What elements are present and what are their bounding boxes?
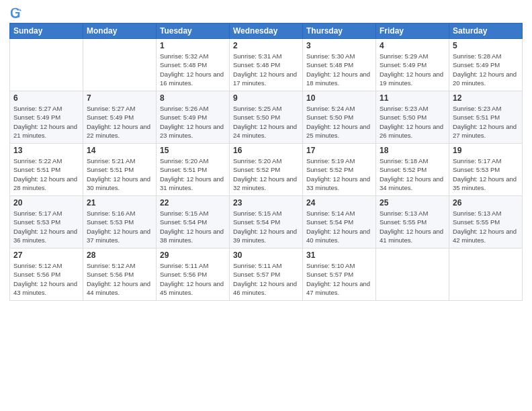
- day-info: Sunrise: 5:23 AM Sunset: 5:50 PM Dayligh…: [380, 104, 445, 140]
- day-of-week-header: Tuesday: [157, 24, 230, 39]
- calendar-cell: 31Sunrise: 5:10 AM Sunset: 5:57 PM Dayli…: [303, 248, 376, 301]
- day-info: Sunrise: 5:10 AM Sunset: 5:57 PM Dayligh…: [306, 261, 372, 297]
- day-info: Sunrise: 5:21 AM Sunset: 5:51 PM Dayligh…: [87, 156, 152, 192]
- day-info: Sunrise: 5:14 AM Sunset: 5:54 PM Dayligh…: [306, 209, 372, 244]
- calendar-cell: 7Sunrise: 5:27 AM Sunset: 5:49 PM Daylig…: [83, 91, 157, 144]
- day-number: 13: [13, 146, 79, 155]
- day-info: Sunrise: 5:20 AM Sunset: 5:51 PM Dayligh…: [160, 156, 226, 192]
- calendar-week-row: 20Sunrise: 5:17 AM Sunset: 5:53 PM Dayli…: [10, 196, 523, 248]
- calendar-cell: 18Sunrise: 5:18 AM Sunset: 5:52 PM Dayli…: [376, 144, 449, 196]
- calendar-cell: 30Sunrise: 5:11 AM Sunset: 5:57 PM Dayli…: [230, 248, 303, 301]
- day-number: 4: [380, 41, 445, 50]
- logo-icon: [9, 7, 21, 19]
- day-of-week-header: Saturday: [449, 24, 523, 39]
- calendar-cell: 20Sunrise: 5:17 AM Sunset: 5:53 PM Dayli…: [10, 196, 83, 248]
- calendar-cell: 14Sunrise: 5:21 AM Sunset: 5:51 PM Dayli…: [83, 144, 157, 196]
- day-info: Sunrise: 5:31 AM Sunset: 5:48 PM Dayligh…: [233, 52, 299, 87]
- calendar-cell: 11Sunrise: 5:23 AM Sunset: 5:50 PM Dayli…: [376, 91, 449, 144]
- day-info: Sunrise: 5:28 AM Sunset: 5:49 PM Dayligh…: [453, 52, 519, 87]
- calendar-cell: 2Sunrise: 5:31 AM Sunset: 5:48 PM Daylig…: [230, 39, 303, 91]
- day-number: 27: [13, 250, 79, 260]
- calendar-cell: [10, 39, 83, 91]
- calendar-cell: [449, 248, 523, 301]
- calendar-cell: 21Sunrise: 5:16 AM Sunset: 5:53 PM Dayli…: [83, 196, 157, 248]
- day-info: Sunrise: 5:20 AM Sunset: 5:52 PM Dayligh…: [233, 156, 299, 192]
- calendar-cell: [376, 248, 449, 301]
- calendar-cell: 17Sunrise: 5:19 AM Sunset: 5:52 PM Dayli…: [303, 144, 376, 196]
- header: [9, 7, 523, 19]
- calendar-header-row: SundayMondayTuesdayWednesdayThursdayFrid…: [10, 24, 523, 39]
- calendar-cell: 23Sunrise: 5:15 AM Sunset: 5:54 PM Dayli…: [230, 196, 303, 248]
- day-info: Sunrise: 5:26 AM Sunset: 5:49 PM Dayligh…: [160, 104, 226, 140]
- calendar-cell: 22Sunrise: 5:15 AM Sunset: 5:54 PM Dayli…: [157, 196, 230, 248]
- calendar-cell: 3Sunrise: 5:30 AM Sunset: 5:48 PM Daylig…: [303, 39, 376, 91]
- calendar-cell: 10Sunrise: 5:24 AM Sunset: 5:50 PM Dayli…: [303, 91, 376, 144]
- calendar-cell: 19Sunrise: 5:17 AM Sunset: 5:53 PM Dayli…: [449, 144, 523, 196]
- day-info: Sunrise: 5:15 AM Sunset: 5:54 PM Dayligh…: [160, 209, 226, 244]
- day-info: Sunrise: 5:11 AM Sunset: 5:56 PM Dayligh…: [160, 261, 226, 297]
- day-number: 1: [160, 41, 226, 50]
- calendar-cell: 8Sunrise: 5:26 AM Sunset: 5:49 PM Daylig…: [157, 91, 230, 144]
- day-info: Sunrise: 5:27 AM Sunset: 5:49 PM Dayligh…: [87, 104, 152, 140]
- calendar-cell: 6Sunrise: 5:27 AM Sunset: 5:49 PM Daylig…: [10, 91, 83, 144]
- day-number: 15: [160, 146, 226, 155]
- day-number: 7: [87, 93, 152, 103]
- day-number: 21: [87, 198, 152, 208]
- day-of-week-header: Monday: [83, 24, 157, 39]
- day-number: 17: [306, 146, 372, 155]
- day-number: 28: [87, 250, 152, 260]
- day-info: Sunrise: 5:13 AM Sunset: 5:55 PM Dayligh…: [453, 209, 519, 244]
- day-info: Sunrise: 5:17 AM Sunset: 5:53 PM Dayligh…: [453, 156, 519, 192]
- day-number: 10: [306, 93, 372, 103]
- calendar-cell: 12Sunrise: 5:23 AM Sunset: 5:51 PM Dayli…: [449, 91, 523, 144]
- day-number: 9: [233, 93, 299, 103]
- calendar-cell: 29Sunrise: 5:11 AM Sunset: 5:56 PM Dayli…: [157, 248, 230, 301]
- day-info: Sunrise: 5:24 AM Sunset: 5:50 PM Dayligh…: [306, 104, 372, 140]
- day-number: 24: [306, 198, 372, 208]
- day-info: Sunrise: 5:27 AM Sunset: 5:49 PM Dayligh…: [13, 104, 79, 140]
- day-number: 5: [453, 41, 519, 50]
- day-info: Sunrise: 5:23 AM Sunset: 5:51 PM Dayligh…: [453, 104, 519, 140]
- day-number: 11: [380, 93, 445, 103]
- day-info: Sunrise: 5:25 AM Sunset: 5:50 PM Dayligh…: [233, 104, 299, 140]
- calendar-cell: 13Sunrise: 5:22 AM Sunset: 5:51 PM Dayli…: [10, 144, 83, 196]
- day-info: Sunrise: 5:22 AM Sunset: 5:51 PM Dayligh…: [13, 156, 79, 192]
- calendar-cell: 27Sunrise: 5:12 AM Sunset: 5:56 PM Dayli…: [10, 248, 83, 301]
- day-of-week-header: Wednesday: [230, 24, 303, 39]
- day-number: 16: [233, 146, 299, 155]
- calendar-cell: 9Sunrise: 5:25 AM Sunset: 5:50 PM Daylig…: [230, 91, 303, 144]
- logo: [9, 7, 24, 19]
- calendar-cell: 26Sunrise: 5:13 AM Sunset: 5:55 PM Dayli…: [449, 196, 523, 248]
- calendar-week-row: 6Sunrise: 5:27 AM Sunset: 5:49 PM Daylig…: [10, 91, 523, 144]
- day-number: 30: [233, 250, 299, 260]
- day-info: Sunrise: 5:17 AM Sunset: 5:53 PM Dayligh…: [13, 209, 79, 244]
- day-info: Sunrise: 5:13 AM Sunset: 5:55 PM Dayligh…: [380, 209, 445, 244]
- day-info: Sunrise: 5:32 AM Sunset: 5:48 PM Dayligh…: [160, 52, 226, 87]
- day-of-week-header: Sunday: [10, 24, 83, 39]
- day-number: 22: [160, 198, 226, 208]
- day-of-week-header: Friday: [376, 24, 449, 39]
- calendar-cell: 1Sunrise: 5:32 AM Sunset: 5:48 PM Daylig…: [157, 39, 230, 91]
- day-info: Sunrise: 5:16 AM Sunset: 5:53 PM Dayligh…: [87, 209, 152, 244]
- day-number: 18: [380, 146, 445, 155]
- calendar-cell: 16Sunrise: 5:20 AM Sunset: 5:52 PM Dayli…: [230, 144, 303, 196]
- day-number: 6: [13, 93, 79, 103]
- calendar-cell: 4Sunrise: 5:29 AM Sunset: 5:49 PM Daylig…: [376, 39, 449, 91]
- calendar-cell: [83, 39, 157, 91]
- day-info: Sunrise: 5:15 AM Sunset: 5:54 PM Dayligh…: [233, 209, 299, 244]
- day-number: 2: [233, 41, 299, 50]
- calendar-table: SundayMondayTuesdayWednesdayThursdayFrid…: [9, 23, 523, 301]
- calendar-cell: 28Sunrise: 5:12 AM Sunset: 5:56 PM Dayli…: [83, 248, 157, 301]
- day-info: Sunrise: 5:30 AM Sunset: 5:48 PM Dayligh…: [306, 52, 372, 87]
- day-number: 26: [453, 198, 519, 208]
- day-number: 14: [87, 146, 152, 155]
- day-number: 19: [453, 146, 519, 155]
- day-info: Sunrise: 5:29 AM Sunset: 5:49 PM Dayligh…: [380, 52, 445, 87]
- calendar-week-row: 13Sunrise: 5:22 AM Sunset: 5:51 PM Dayli…: [10, 144, 523, 196]
- day-number: 20: [13, 198, 79, 208]
- day-number: 3: [306, 41, 372, 50]
- day-info: Sunrise: 5:12 AM Sunset: 5:56 PM Dayligh…: [87, 261, 152, 297]
- day-number: 31: [306, 250, 372, 260]
- svg-marker-0: [19, 9, 21, 11]
- day-number: 29: [160, 250, 226, 260]
